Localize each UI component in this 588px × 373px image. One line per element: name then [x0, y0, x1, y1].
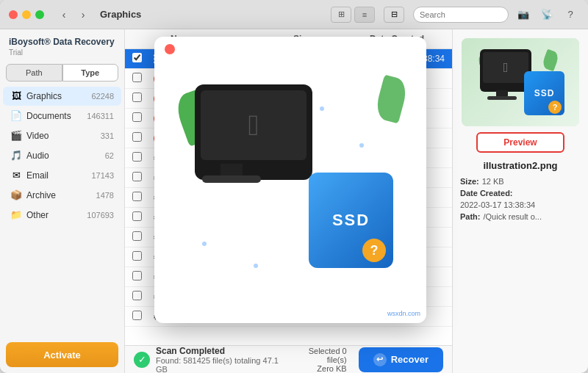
- preview-panel:  SSD ? Preview illustration2.png: [452, 29, 588, 373]
- sidebar-item-count: 146311: [87, 112, 114, 120]
- row-checkbox[interactable]: [132, 271, 150, 283]
- sidebar: iBoysoft® Data Recovery Trial Path Type …: [0, 29, 125, 373]
- row-checkbox[interactable]: [132, 211, 150, 223]
- trial-label: Trial: [9, 48, 115, 57]
- sidebar-item-other[interactable]: 📁 Other 107693: [3, 206, 121, 225]
- preview-thumbnail:  SSD ?: [462, 38, 579, 126]
- row-checkbox[interactable]: [132, 93, 150, 104]
- dot-decoration: [254, 264, 258, 268]
- row-checkbox[interactable]: [132, 192, 150, 203]
- recover-label: Recover: [391, 354, 429, 365]
- leaf-right-decoration: [541, 49, 560, 72]
- popup-illustration:  SSD ?: [173, 70, 408, 290]
- help-button[interactable]: ?: [562, 7, 579, 23]
- tab-path[interactable]: Path: [6, 64, 62, 82]
- maximize-button[interactable]: [35, 10, 44, 19]
- apple-logo-icon: : [503, 60, 509, 76]
- mac-illustration:  SSD ?: [476, 49, 564, 115]
- sidebar-item-label: Graphics: [26, 91, 87, 101]
- big-mac-screen: : [201, 90, 306, 160]
- sidebar-item-count: 17143: [91, 171, 114, 180]
- tab-type[interactable]: Type: [62, 64, 119, 82]
- row-checkbox[interactable]: [132, 53, 150, 65]
- recover-button[interactable]: ↩ Recover: [359, 347, 443, 372]
- preview-path-label: Path:: [460, 212, 481, 221]
- row-checkbox[interactable]: [132, 73, 150, 84]
- filter-button[interactable]: ⊟: [384, 7, 404, 23]
- row-checkbox[interactable]: [132, 132, 150, 144]
- popup-close-button[interactable]: [165, 44, 175, 54]
- preview-meta: Size: 12 KB Date Created: 2022-03-17 13:…: [460, 177, 581, 224]
- forward-button[interactable]: ›: [75, 7, 91, 23]
- ssd-box: SSD ?: [524, 71, 564, 115]
- sidebar-item-count: 331: [101, 131, 114, 140]
- sidebar-item-audio[interactable]: 🎵 Audio 62: [3, 146, 121, 165]
- sidebar-item-label: Other: [26, 210, 82, 220]
- dot-decoration: [359, 143, 364, 148]
- scan-found-label: Found: 581425 file(s) totaling 47.1 GB: [156, 356, 284, 374]
- big-question-icon: ?: [362, 239, 386, 262]
- selected-info: Selected 0 file(s) Zero KB: [290, 347, 347, 373]
- status-bar: ✓ Scan Completed Found: 581425 file(s) t…: [125, 345, 452, 373]
- sidebar-item-count: 62248: [91, 92, 114, 101]
- search-input[interactable]: [413, 7, 509, 23]
- minimize-button[interactable]: [22, 10, 31, 19]
- other-icon: 📁: [10, 209, 22, 221]
- email-icon: ✉: [10, 170, 22, 181]
- dot-decoration: [202, 242, 207, 246]
- row-checkbox[interactable]: [132, 172, 150, 184]
- sidebar-item-label: Video: [26, 131, 96, 141]
- wifi-icon[interactable]: 📡: [538, 7, 556, 23]
- back-button[interactable]: ‹: [56, 7, 72, 23]
- row-checkbox[interactable]: [132, 251, 150, 263]
- big-mac-monitor: : [195, 84, 312, 180]
- sidebar-items: 🖼 Graphics 62248 📄 Documents 146311 🎬 Vi…: [0, 84, 124, 336]
- scan-complete-icon: ✓: [134, 352, 150, 368]
- grid-view-button[interactable]: ⊞: [331, 7, 351, 23]
- dot-decoration: [320, 106, 324, 111]
- preview-size-value: 12 KB: [482, 177, 504, 186]
- preview-popup:  SSD ? wsxdn.com: [154, 37, 426, 323]
- sidebar-item-video[interactable]: 🎬 Video 331: [3, 126, 121, 145]
- preview-size-label: Size:: [460, 177, 479, 186]
- video-icon: 🎬: [10, 130, 22, 142]
- sidebar-item-email[interactable]: ✉ Email 17143: [3, 166, 121, 185]
- mac-base: [487, 96, 517, 100]
- scan-complete-label: Scan Completed: [156, 346, 284, 356]
- preview-button[interactable]: Preview: [476, 132, 564, 153]
- graphics-icon: 🖼: [10, 90, 22, 102]
- preview-date-value: 2022-03-17 13:38:34: [460, 200, 535, 209]
- row-checkbox[interactable]: [132, 291, 150, 303]
- breadcrumb-title: Graphics: [100, 9, 141, 20]
- close-button[interactable]: [9, 10, 18, 19]
- big-ssd-label: SSD: [332, 211, 370, 230]
- watermark: wsxdn.com: [387, 310, 420, 317]
- sidebar-item-archive[interactable]: 📦 Archive 1478: [3, 186, 121, 205]
- selected-size-label: Zero KB: [290, 364, 347, 373]
- sidebar-header: iBoysoft® Data Recovery Trial: [0, 29, 124, 61]
- ssd-label: SSD: [534, 88, 555, 98]
- sidebar-item-label: Archive: [26, 190, 92, 200]
- sidebar-item-graphics[interactable]: 🖼 Graphics 62248: [3, 87, 121, 106]
- documents-icon: 📄: [10, 110, 22, 122]
- sidebar-item-count: 107693: [87, 211, 114, 220]
- list-view-button[interactable]: ≡: [354, 7, 375, 23]
- activate-button[interactable]: Activate: [6, 342, 118, 367]
- scan-status-text: Scan Completed Found: 581425 file(s) tot…: [156, 346, 284, 374]
- row-checkbox[interactable]: [132, 231, 150, 243]
- big-leaf-right: [373, 74, 409, 123]
- big-ssd-box: SSD ?: [309, 173, 393, 268]
- audio-icon: 🎵: [10, 150, 22, 162]
- archive-icon: 📦: [10, 189, 22, 201]
- row-checkbox[interactable]: [132, 152, 150, 164]
- preview-path-value: /Quick result o...: [484, 212, 542, 221]
- sidebar-item-documents[interactable]: 📄 Documents 146311: [3, 106, 121, 126]
- sidebar-item-label: Audio: [26, 151, 101, 161]
- row-checkbox[interactable]: [132, 311, 150, 322]
- camera-button[interactable]: 📷: [514, 7, 532, 23]
- preview-thumb-inner:  SSD ?: [462, 38, 579, 126]
- sidebar-item-count: 62: [105, 151, 114, 160]
- row-checkbox[interactable]: [132, 112, 150, 124]
- recover-icon: ↩: [373, 353, 387, 366]
- sidebar-item-count: 1478: [96, 191, 114, 200]
